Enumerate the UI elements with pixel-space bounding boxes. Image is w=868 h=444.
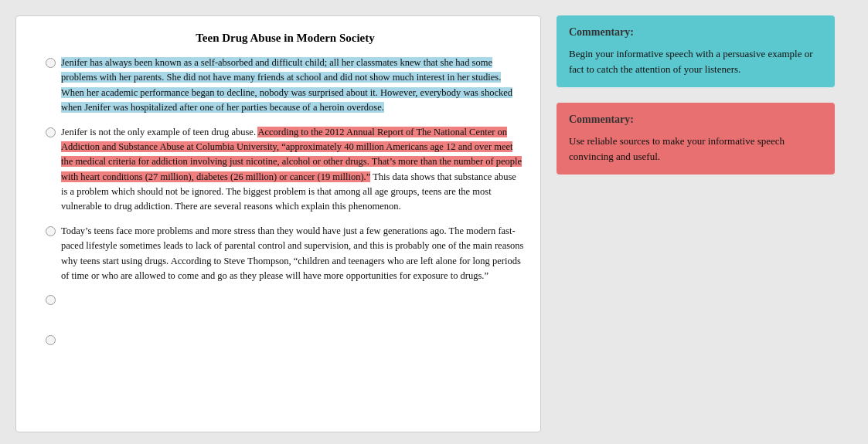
radio-p2[interactable] — [46, 125, 61, 137]
paragraph-row-5 — [46, 333, 525, 364]
paragraph-1-text: Jenifer has always been known as a self-… — [61, 57, 512, 113]
paragraph-3-text: Today’s teens face more problems and mor… — [61, 225, 523, 281]
commentary-2-title: Commentary: — [569, 114, 822, 126]
commentary-box-2: Commentary: Use reliable sources to make… — [557, 103, 835, 175]
paragraph-row-3: Today’s teens face more problems and mor… — [46, 224, 525, 284]
radio-p4[interactable] — [46, 293, 61, 305]
paragraph-5 — [61, 333, 525, 347]
radio-button-p1[interactable] — [46, 58, 56, 68]
paragraph-row-1: Jenifer has always been known as a self-… — [46, 56, 525, 116]
radio-button-p3[interactable] — [46, 226, 56, 236]
radio-button-p5[interactable] — [46, 335, 56, 345]
radio-p5[interactable] — [46, 333, 61, 345]
paragraph-row-2: Jenifer is not the only example of teen … — [46, 125, 525, 215]
radio-p3[interactable] — [46, 224, 61, 236]
document-panel: Teen Drug Abuse in Modern Society Jenife… — [15, 15, 541, 432]
commentary-box-1: Commentary: Begin your informative speec… — [557, 15, 835, 87]
paragraph-3: Today’s teens face more problems and mor… — [61, 224, 525, 284]
main-container: Teen Drug Abuse in Modern Society Jenife… — [15, 15, 853, 432]
paragraph-2-intro: Jenifer is not the only example of teen … — [61, 127, 257, 137]
sidebar: Commentary: Begin your informative speec… — [557, 15, 835, 432]
paragraph-row-4 — [46, 293, 525, 324]
content-area: Teen Drug Abuse in Modern Society Jenife… — [46, 32, 525, 364]
document-title: Teen Drug Abuse in Modern Society — [46, 32, 525, 45]
paragraph-1: Jenifer has always been known as a self-… — [61, 56, 525, 116]
radio-p1[interactable] — [46, 56, 61, 68]
paragraph-4 — [61, 293, 525, 307]
commentary-1-text: Begin your informative speech with a per… — [569, 46, 822, 76]
commentary-1-title: Commentary: — [569, 26, 822, 39]
commentary-2-text: Use reliable sources to make your inform… — [569, 134, 822, 164]
radio-button-p2[interactable] — [46, 127, 56, 137]
radio-button-p4[interactable] — [46, 295, 56, 305]
paragraph-2: Jenifer is not the only example of teen … — [61, 125, 525, 215]
